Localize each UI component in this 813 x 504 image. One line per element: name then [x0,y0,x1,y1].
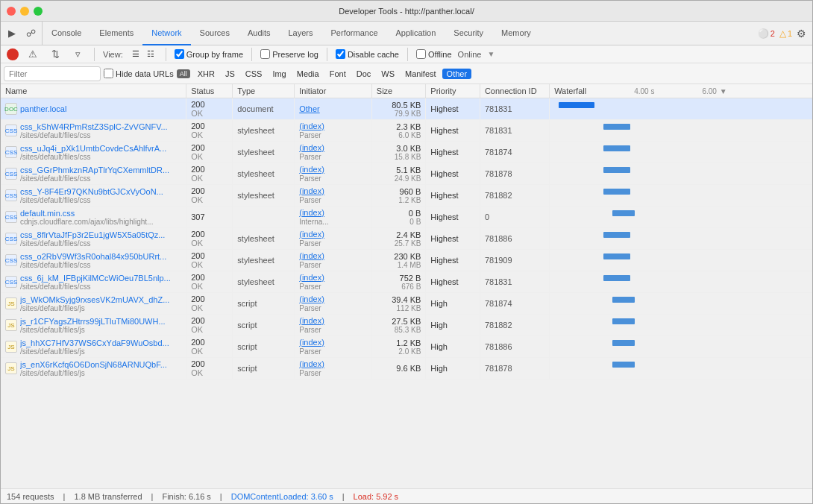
initiator-link[interactable]: (index) [299,143,324,152]
fetch-icon[interactable]: ⇅ [47,46,63,63]
initiator-link[interactable]: (index) [299,165,324,174]
settings-icon[interactable]: ⚙ [797,28,806,40]
col-status[interactable]: Status [186,84,233,98]
initiator-link[interactable]: (index) [299,359,324,368]
pill-doc[interactable]: Doc [352,69,376,79]
large-view-icon[interactable]: ☷ [144,48,157,61]
minimize-button[interactable] [20,7,29,16]
record-button[interactable] [7,48,19,60]
preserve-log-checkbox[interactable]: Preserve log [260,49,318,59]
filter-icon[interactable]: ▿ [69,46,86,63]
pill-css[interactable]: CSS [241,69,267,79]
connection-id-value: 781874 [485,148,512,157]
tab-security[interactable]: Security [445,22,492,45]
pill-media[interactable]: Media [292,69,324,79]
resource-type: script [237,364,257,373]
status-text: OK [191,239,203,248]
cell-name: JS js_enX6rKcfq6O6DonSjN68ARNUQbF... /si… [1,358,186,379]
table-row[interactable]: CSS css_GGrPhmkznRApTlrYqCXemmltDR... /s… [1,163,812,185]
tab-network[interactable]: Network [142,22,190,45]
tab-application[interactable]: Application [387,22,445,45]
status-code: 200 [191,359,227,368]
pill-js[interactable]: JS [221,69,239,79]
table-row[interactable]: JS js_r1CFYagsZHtrrs99jLTluTMi80UWH... /… [1,315,812,336]
col-waterfall[interactable]: Waterfall 4.00 s 6.00 ▼ [550,84,812,98]
table-row[interactable]: CSS css_kShW4RPmRstZ3SplC-ZvVGNFV... /si… [1,120,812,142]
connection-id-value: 781831 [485,277,512,286]
online-label[interactable]: Online [458,50,482,59]
pill-xhr[interactable]: XHR [193,69,219,79]
filter-input[interactable] [4,66,101,81]
resource-type: stylesheet [237,277,274,286]
cell-waterfall [550,293,812,315]
table-row[interactable]: CSS css_o2RbV9Wf3sR0ohal84x950bURrt... /… [1,250,812,271]
devtools-inspect-icon[interactable]: ▶ [4,25,20,42]
initiator-link[interactable]: (index) [299,230,324,239]
tab-audits[interactable]: Audits [239,22,280,45]
initiator-sub: Parser [299,326,321,334]
status-text: OK [191,325,203,334]
tab-sources[interactable]: Sources [191,22,239,45]
tab-memory[interactable]: Memory [492,22,540,45]
tab-performance[interactable]: Performance [322,22,387,45]
size-transferred: 5.1 KB [377,166,421,174]
col-type[interactable]: Type [233,84,295,98]
initiator-link[interactable]: (index) [299,316,324,325]
divider-1: | [63,492,66,501]
pill-ws[interactable]: WS [377,69,399,79]
size-transferred: 230 KB [377,252,421,261]
status-text: OK [191,368,203,377]
initiator-sub: Parser [299,174,321,183]
devtools-device-icon[interactable]: ☍ [22,25,39,42]
tab-console[interactable]: Console [43,22,90,45]
table-row[interactable]: JS js_hhXC7HfV37WS6CxYdaF9WuOsbd... /sit… [1,336,812,358]
col-initiator[interactable]: Initiator [295,84,372,98]
status-code: 200 [191,165,227,174]
pill-manifest[interactable]: Manifest [401,69,441,79]
resource-name: js_r1CFYagsZHtrrs99jLTluTMi80UWH... [20,317,166,326]
hide-data-urls-checkbox[interactable]: Hide data URLs [104,69,174,78]
load-time: Load: 5.92 s [354,492,399,501]
initiator-link[interactable]: (index) [299,251,324,260]
table-row[interactable]: CSS css_8flrVtaJfFp3r2Eu1jgW5X5a05tQz...… [1,228,812,250]
initiator-link[interactable]: (index) [299,208,324,217]
col-priority[interactable]: Priority [426,84,480,98]
cell-name: CSS css_6j_kM_IFBpjKilMCcWiOeu7BL5nlp...… [1,271,186,293]
col-size[interactable]: Size [371,84,426,98]
table-row[interactable]: CSS css_Y-8F4Er97QKNu9btGJCxVyOoN... /si… [1,185,812,207]
throttle-arrow[interactable]: ▼ [487,50,495,58]
col-connection-id[interactable]: Connection ID [480,84,549,98]
table-row[interactable]: JS js_enX6rKcfq6O6DonSjN68ARNUQbF... /si… [1,358,812,379]
group-by-frame-checkbox[interactable]: Group by frame [175,49,243,59]
pill-font[interactable]: Font [325,69,351,79]
initiator-link[interactable]: Other [299,104,320,113]
initiator-link[interactable]: (index) [299,294,324,303]
tab-elements[interactable]: Elements [90,22,142,45]
table-row[interactable]: CSS default.min.css cdnjs.cloudflare.com… [1,207,812,228]
list-view-icon[interactable]: ☰ [129,48,142,61]
offline-checkbox[interactable]: Offline [416,49,452,59]
col-name[interactable]: Name [1,84,186,98]
all-badge[interactable]: All [177,69,190,78]
clear-button[interactable]: ⚠ [25,46,41,63]
cell-waterfall [550,120,812,142]
initiator-link[interactable]: (index) [299,122,324,130]
table-row[interactable]: CSS css_6j_kM_IFBpjKilMCcWiOeu7BL5nlp...… [1,271,812,293]
disable-cache-checkbox[interactable]: Disable cache [336,49,399,59]
initiator-link[interactable]: (index) [299,186,324,195]
maximize-button[interactable] [34,7,43,16]
tab-layers[interactable]: Layers [280,22,322,45]
divider-2: | [151,492,154,501]
close-button[interactable] [7,7,16,16]
pill-img[interactable]: Img [268,69,290,79]
table-row[interactable]: DOC panther.local 200OKdocumentOther80.5… [1,98,812,120]
resource-path: /sites/default/files/css [20,261,166,269]
cell-type: document [233,98,295,120]
pill-other[interactable]: Other [442,69,472,79]
table-row[interactable]: CSS css_uJq4i_pXk1UmtbCovdeCsAhlfvrA... … [1,142,812,163]
initiator-link[interactable]: (index) [299,338,324,347]
cell-type: stylesheet [233,120,295,142]
status-code: 200 [191,143,227,152]
initiator-link[interactable]: (index) [299,273,324,282]
table-row[interactable]: JS js_WkOMkSyjg9rxsesVK2mUAVX_dhZ... /si… [1,293,812,315]
